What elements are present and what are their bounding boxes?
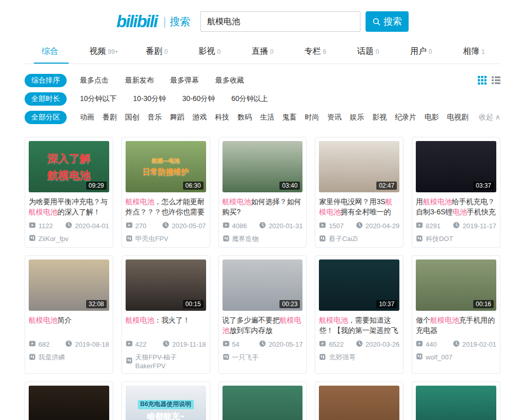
video-card[interactable]: 03:40 航模电池如何选择？如何购买? 4086 [218,137,307,248]
clock-icon [162,222,169,230]
uploader-row[interactable]: 天狼FPV-柚子BakerFPV [126,353,206,370]
video-thumbnail[interactable]: 00:16 [416,259,496,311]
tab-综合[interactable]: 综合 [25,46,77,64]
filter-option[interactable]: 影视 [372,113,387,122]
video-thumbnail[interactable]: 19:02 [29,386,109,420]
video-thumbnail[interactable]: B6充电器使用说明啥都能充~08:06 [126,386,206,420]
uploader-row[interactable]: 魔界造物 [223,234,303,244]
tab-直播[interactable]: 直播0 [236,46,289,64]
filter-option[interactable]: 游戏 [192,113,207,122]
video-card[interactable]: 02:43 [412,382,500,420]
video-title[interactable]: 航模电池，怎么才能更耐炸点？？？也许你也需要这样 [126,196,206,217]
uploader-name: 一只飞手 [232,353,259,362]
video-title[interactable]: 航模电池如何选择？如何购买? [223,196,303,217]
upload-date: 2019-08-18 [75,341,109,348]
filter-option[interactable]: 音乐 [148,113,162,122]
tab-番剧[interactable]: 番剧0 [130,46,183,64]
video-card[interactable]: B6充电器使用说明啥都能充~08:06 [122,382,210,420]
filter-option[interactable]: 鬼畜 [282,113,297,122]
uploader-row[interactable]: 北郊强哥 [319,353,399,362]
tab-相簿[interactable]: 相簿1 [448,46,500,64]
filter-option[interactable]: 最多收藏 [215,76,244,85]
bilibili-logo[interactable]: bilibili | 搜索 [116,12,190,31]
uploader-row[interactable]: wolf_007 [416,353,496,362]
video-thumbnail[interactable]: 10:37 [319,259,399,311]
uploader-row[interactable]: 科技DOT [416,234,496,244]
video-thumbnail[interactable]: 02:47 [319,141,399,192]
video-title[interactable]: 做个航模电池充手机用的 充电器 [416,315,496,335]
filter-option[interactable]: 电影 [425,113,439,122]
video-title[interactable]: 为啥要用平衡冲充电？与航模电池的深入了解！ [29,196,109,217]
video-title[interactable]: 家里停电没网？用3S航模电池拥有全村唯一的WiFi [319,196,399,217]
video-title[interactable]: 航模电池简介 [29,315,109,335]
video-card[interactable]: 19:02 [25,382,113,420]
video-title[interactable]: 航模电池，需要知道这些！【我的第一架遥控飞机】第 [319,315,399,335]
filter-option[interactable]: 10-30分钟 [133,94,166,104]
filter-option[interactable]: 数码 [237,113,252,122]
filter-option[interactable]: 生活 [260,113,274,122]
play-count-icon [126,222,133,230]
uploader-row[interactable]: 蔡子CaiZi [319,234,399,244]
video-thumbnail[interactable]: 32:08 [29,259,109,311]
filter-option[interactable]: 时尚 [305,113,319,122]
filter-pill-category[interactable]: 全部分区 [25,111,67,124]
filter-option[interactable]: 娱乐 [350,113,364,122]
video-thumbnail[interactable]: 00:23 [223,259,303,311]
filter-option[interactable]: 国创 [125,113,139,122]
uploader-row[interactable]: 一只飞手 [223,353,303,362]
video-thumbnail[interactable]: 00:15 [126,259,206,311]
search-input[interactable] [200,11,360,32]
filter-option[interactable]: 30-60分钟 [182,94,215,104]
filter-option[interactable]: 电视剧 [447,113,469,122]
filter-option[interactable]: 最新发布 [125,76,154,85]
uploader-row[interactable]: 我是洪磷 [29,353,109,362]
video-card[interactable]: 20:21 [218,382,307,420]
filter-option[interactable]: 舞蹈 [170,113,184,122]
video-thumbnail[interactable]: 深入了解航模电池09:29 [29,141,109,192]
video-thumbnail[interactable]: 03:26 [319,386,399,420]
tab-count: 6 [323,48,327,55]
filter-option[interactable]: 纪录片 [395,113,416,122]
filter-option[interactable]: 最多点击 [80,76,109,85]
uploader-row[interactable]: ZiiKor_fpv [29,234,109,243]
collapse-toggle[interactable]: 收起 ∧ [479,113,500,122]
play-count: 4086 [232,222,247,230]
video-card[interactable]: 00:23 说了多少遍不要把航模电池放到车内存放 54 [218,255,307,374]
video-card[interactable]: 10:37 航模电池，需要知道这些！【我的第一架遥控飞机】第 6522 [315,255,403,374]
tab-专栏[interactable]: 专栏6 [289,46,342,64]
filter-pill-sort[interactable]: 综合排序 [25,74,67,87]
tab-话题[interactable]: 话题0 [342,46,395,64]
tab-影视[interactable]: 影视0 [183,46,236,64]
filter-option[interactable]: 最多弹幕 [170,76,199,85]
duration-badge: 00:23 [279,300,300,308]
video-card[interactable]: 深入了解航模电池09:29 为啥要用平衡冲充电？与航模电池的深入了解！ 1122 [25,137,113,248]
video-card[interactable]: 00:15 航模电池：我火了！ 422 [122,255,210,374]
filter-option[interactable]: 番剧 [103,113,117,122]
video-thumbnail[interactable]: 20:21 [223,386,303,420]
list-view-icon[interactable] [492,76,500,85]
tab-视频[interactable]: 视频99+ [77,46,130,64]
tab-用户[interactable]: 用户0 [395,46,448,64]
filter-option[interactable]: 10分钟以下 [80,94,117,104]
video-card[interactable]: 02:47 家里停电没网？用3S航模电池拥有全村唯一的WiFi 1507 [315,137,403,248]
video-card[interactable]: 航模—电池日常防撞维护06:30 航模电池，怎么才能更耐炸点？？？也许你也需要这… [122,137,210,248]
filter-option[interactable]: 60分钟以上 [231,94,268,104]
filter-option[interactable]: 动画 [80,113,94,122]
search-button[interactable]: 搜索 [366,11,409,32]
uploader-row[interactable]: 甲壳虫FPV [126,234,206,244]
video-title[interactable]: 说了多少遍不要把航模电池放到车内存放 [223,315,303,335]
video-card[interactable]: 03:26 [315,382,403,420]
grid-view-icon[interactable] [478,76,487,85]
filter-pill-duration[interactable]: 全部时长 [25,92,67,106]
video-title[interactable]: 航模电池：我火了！ [126,315,206,335]
filter-option[interactable]: 资讯 [327,113,341,122]
video-thumbnail[interactable]: 02:43 [416,386,496,420]
video-title[interactable]: 用航模电池给手机充电？自制3-6S锂电池手机快充器 [416,196,496,217]
filter-option[interactable]: 科技 [215,113,229,122]
video-thumbnail[interactable]: 航模—电池日常防撞维护06:30 [126,141,206,192]
video-thumbnail[interactable]: 03:40 [223,141,303,192]
video-thumbnail[interactable]: 03:37 [416,141,496,192]
video-card[interactable]: 00:16 做个航模电池充手机用的 充电器 440 [412,255,500,374]
video-card[interactable]: 03:37 用航模电池给手机充电？自制3-6S锂电池手机快充器 8291 [412,137,500,248]
video-card[interactable]: 32:08 航模电池简介 682 [25,255,113,374]
